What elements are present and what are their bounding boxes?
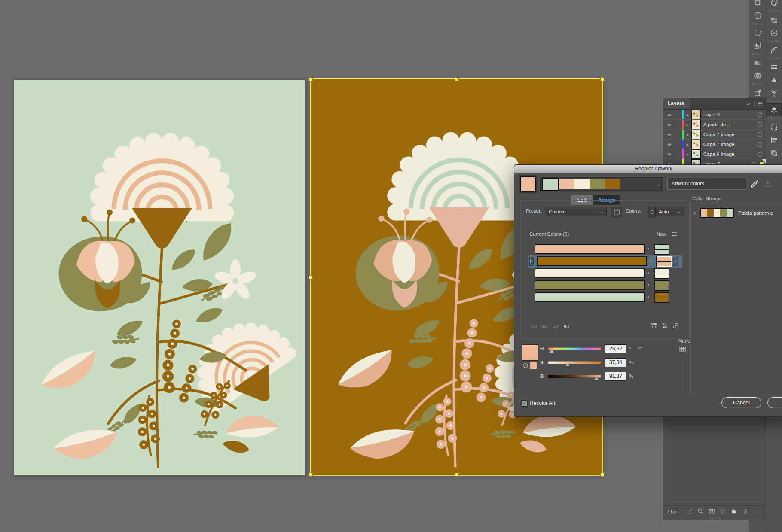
layer-name[interactable]: A partir de ... [703, 122, 758, 127]
find-color-icon[interactable] [672, 322, 679, 329]
preset-dropdown[interactable]: Custom⌄ [546, 207, 607, 216]
active-color-swatch[interactable] [520, 176, 536, 192]
layer-target-circle[interactable] [758, 142, 762, 147]
layer-thumbnail[interactable] [691, 110, 701, 119]
selection-handle[interactable] [455, 77, 459, 81]
ok-button[interactable]: OK [767, 397, 782, 408]
plants-icon[interactable] [766, 86, 782, 99]
pathfinder-icon[interactable] [766, 146, 782, 159]
limit-to-swatch-library-icon[interactable] [678, 346, 687, 353]
hue-slider-handle[interactable] [550, 349, 554, 353]
layer-row[interactable]: ▸Capa 6 Image [663, 149, 766, 159]
new-color-row-icon[interactable] [562, 323, 570, 330]
layer-thumbnail[interactable] [691, 120, 701, 129]
color-swatch[interactable] [559, 179, 574, 189]
delete-icon[interactable] [742, 508, 748, 514]
current-color-bar[interactable] [535, 280, 645, 290]
panel-resize-grip[interactable] [663, 517, 766, 520]
color-mapping-row[interactable]: ▾ [528, 292, 682, 304]
layer-target-circle[interactable] [758, 112, 762, 117]
expand-chevron[interactable]: ▸ [684, 142, 691, 147]
artboards-icon[interactable] [766, 121, 782, 134]
dock-grip[interactable] [768, 40, 779, 42]
recolor-art-checkbox[interactable]: ✓ [521, 400, 528, 407]
layer-thumbnail[interactable] [691, 140, 701, 149]
current-color-bar[interactable] [535, 268, 645, 278]
layer-name[interactable]: Layer 6 [703, 112, 758, 117]
color-swatch[interactable] [707, 209, 714, 217]
current-color-bar[interactable] [535, 292, 645, 302]
hsb-mode-menu-icon[interactable] [637, 346, 644, 352]
panel-menu-icon[interactable] [757, 101, 763, 107]
cancel-button[interactable]: Cancel [721, 397, 761, 408]
saturation-slider[interactable] [548, 361, 601, 364]
brightness-slider-handle[interactable] [594, 377, 599, 380]
color-swatch[interactable] [574, 179, 590, 189]
lock-column[interactable] [675, 110, 682, 119]
lock-column[interactable] [675, 149, 682, 159]
hue-slider[interactable] [548, 347, 601, 350]
selection-handle[interactable] [309, 473, 313, 477]
eyedropper-icon[interactable] [750, 179, 759, 188]
color-swatch[interactable] [701, 209, 707, 217]
dock-grip[interactable] [768, 58, 779, 59]
current-color-bar[interactable] [537, 256, 647, 266]
dock-grip[interactable] [768, 10, 779, 12]
symbols-icon[interactable]: ♣ [766, 73, 782, 86]
lock-column[interactable] [675, 130, 682, 139]
duplicate-squares-icon[interactable] [749, 39, 766, 52]
layer-name[interactable]: Capa 6 Image [703, 152, 758, 157]
color-swatch[interactable] [605, 179, 620, 189]
layer-target-circle[interactable] [758, 132, 762, 137]
new-color-swatch[interactable] [654, 244, 669, 255]
current-color-bar[interactable] [535, 244, 645, 254]
expand-chevron[interactable]: ▸ [684, 122, 691, 127]
new-layer-icon[interactable] [731, 508, 737, 514]
separate-colors-icon[interactable] [541, 323, 548, 330]
new-sublayer-icon[interactable] [720, 508, 726, 514]
dock-grip[interactable] [768, 100, 779, 102]
selection-handle[interactable] [455, 473, 459, 477]
color-reduction-options-button[interactable] [611, 207, 622, 217]
align-icon[interactable] [766, 134, 782, 146]
artboard-mint[interactable] [14, 80, 305, 475]
colors-stepper[interactable] [648, 207, 656, 217]
new-color-swatch[interactable] [654, 268, 669, 279]
brightness-value-field[interactable]: 91,37 [605, 372, 626, 381]
save-color-group-icon[interactable] [763, 179, 772, 188]
color-mapping-row[interactable]: ▾ [528, 255, 682, 268]
color-swatch[interactable] [543, 179, 558, 190]
new-color-chevron[interactable]: ▾ [673, 257, 678, 266]
layers-icon[interactable] [766, 103, 782, 116]
color-mapping-row[interactable]: ▾ [528, 268, 682, 280]
rows-menu-icon[interactable] [671, 231, 678, 237]
dock-grip[interactable] [752, 53, 763, 55]
color-mapping-row[interactable]: ▾ [528, 243, 682, 255]
layer-row[interactable]: ▸Layer 6 [663, 110, 766, 120]
lock-column[interactable] [675, 120, 682, 129]
expand-chevron[interactable]: ▸ [684, 112, 691, 117]
layer-name[interactable]: Capa 7 Image [703, 142, 758, 147]
info-icon[interactable] [749, 9, 766, 22]
saturation-value-field[interactable]: 37,34 [605, 358, 626, 367]
merge-colors-icon[interactable] [530, 323, 538, 330]
lock-column[interactable] [675, 140, 682, 149]
swatches-icon[interactable] [766, 13, 782, 26]
layer-row[interactable]: ▸A partir de ... [663, 120, 766, 130]
random-order-icon[interactable] [651, 322, 658, 329]
gradient-icon[interactable] [749, 56, 766, 69]
expand-chevron[interactable]: ▸ [684, 132, 691, 137]
locate-object-icon[interactable] [697, 508, 704, 514]
color-mapping-row[interactable]: ▾ [528, 280, 682, 292]
visibility-eye-icon[interactable] [663, 140, 675, 149]
color-guide-icon[interactable] [766, 43, 782, 56]
visibility-eye-icon[interactable] [663, 149, 675, 159]
transparency-icon[interactable] [749, 69, 766, 82]
colors-count-dropdown[interactable]: Auto⌄ [656, 207, 684, 216]
new-color-swatch[interactable] [654, 280, 669, 291]
selection-circle-icon[interactable] [749, 26, 766, 39]
row-drag-handle[interactable] [529, 257, 534, 266]
out-of-gamut-cube-icon[interactable] [522, 362, 528, 369]
dock-grip[interactable] [752, 83, 763, 85]
gamut-mini-swatch[interactable] [530, 362, 537, 369]
